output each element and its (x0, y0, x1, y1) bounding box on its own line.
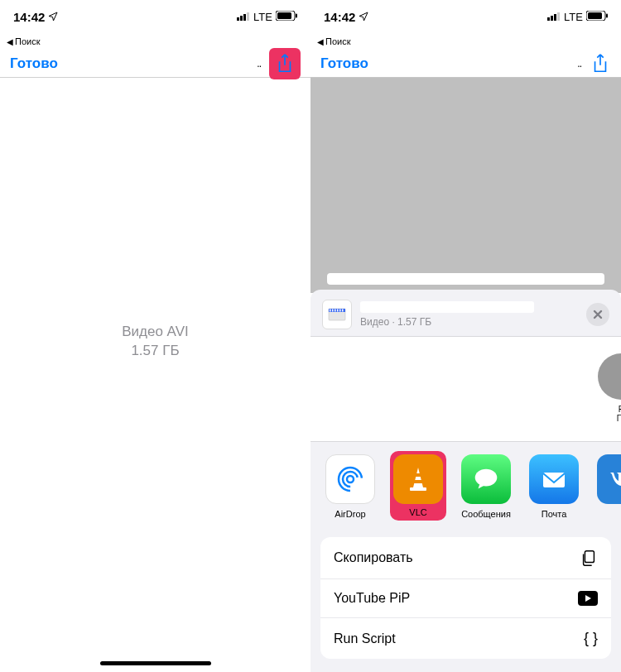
title-redacted (378, 55, 566, 72)
copy-icon (580, 549, 598, 567)
file-meta-label: Видео · 1.57 ГБ (360, 316, 578, 328)
chevron-left-icon: ◀ (317, 37, 324, 46)
svg-point-23 (343, 472, 358, 487)
done-button[interactable]: Готово (320, 55, 368, 72)
back-button[interactable]: ◀ Поиск (0, 33, 310, 50)
scrubber-bar (327, 273, 604, 285)
status-time: 14:42 (324, 10, 355, 24)
svg-rect-1 (240, 16, 243, 21)
location-icon (359, 10, 368, 24)
contact-name-line1: Р (598, 405, 621, 414)
svg-point-28 (475, 469, 498, 487)
chevron-left-icon: ◀ (7, 37, 13, 46)
messages-icon (461, 454, 511, 504)
svg-point-22 (347, 476, 354, 482)
nav-bar: Готово .. (0, 50, 310, 78)
svg-rect-9 (554, 14, 556, 21)
action-youtube-pip[interactable]: YouTube PiP (320, 579, 611, 618)
app-label: Почта (529, 509, 579, 519)
app-label: AirDrop (325, 509, 375, 519)
dimmed-content (310, 78, 621, 293)
svg-rect-7 (547, 17, 550, 21)
svg-rect-12 (588, 12, 602, 19)
nav-bar: Готово .. (310, 50, 621, 78)
action-copy[interactable]: Скопировать (320, 537, 611, 579)
status-right: LTE (547, 11, 608, 23)
battery-icon (586, 11, 608, 23)
svg-rect-3 (247, 12, 249, 21)
overflow-dots: .. (575, 58, 583, 70)
contact-item-partial[interactable]: Р Гр (598, 353, 621, 423)
status-bar: 14:42 LTE (310, 0, 621, 33)
youtube-icon (578, 591, 598, 606)
svg-rect-29 (543, 473, 565, 487)
signal-icon (547, 11, 561, 23)
svg-rect-27 (410, 487, 426, 491)
done-button[interactable]: Готово (10, 55, 58, 72)
app-label: Сообщения (461, 509, 511, 519)
home-indicator[interactable] (100, 661, 211, 665)
svg-rect-8 (551, 16, 553, 21)
network-label: LTE (253, 11, 272, 23)
svg-rect-17 (332, 310, 334, 312)
network-label: LTE (564, 11, 583, 23)
mail-icon (529, 454, 579, 504)
overflow-dots: .. (255, 58, 262, 70)
location-icon (48, 10, 58, 24)
svg-rect-13 (606, 13, 608, 17)
screen-file-preview: 14:42 LTE ◀ Поиск Готово .. (0, 0, 310, 672)
contacts-row[interactable]: Р Гр (310, 337, 621, 441)
apps-row[interactable]: AirDrop VLC Сообщения (310, 441, 621, 530)
airdrop-icon (325, 454, 375, 504)
action-run-script[interactable]: Run Script { } (320, 618, 611, 659)
svg-rect-18 (335, 310, 336, 312)
svg-rect-21 (342, 310, 344, 312)
svg-rect-2 (243, 14, 246, 21)
app-label: VLC (393, 507, 443, 517)
back-button[interactable]: ◀ Поиск (310, 33, 621, 50)
share-button[interactable] (590, 53, 611, 74)
status-bar: 14:42 LTE (0, 0, 310, 33)
close-button[interactable] (586, 303, 609, 326)
back-label: Поиск (15, 36, 40, 46)
svg-rect-25 (415, 473, 421, 477)
svg-rect-26 (414, 480, 423, 483)
share-button-highlight (269, 48, 301, 79)
avatar (598, 353, 621, 400)
share-button[interactable] (274, 53, 296, 74)
svg-rect-10 (557, 12, 560, 21)
actions-list: Скопировать YouTube PiP Run Script { } (320, 537, 611, 659)
app-highlight: VLC (393, 454, 443, 519)
signal-icon (237, 11, 250, 23)
file-info: Видео AVI 1.57 ГБ (0, 323, 310, 361)
svg-rect-16 (330, 310, 331, 312)
contact-name-line2: Гр (598, 414, 621, 423)
status-right: LTE (237, 11, 297, 23)
app-item-messages[interactable]: Сообщения (461, 454, 511, 519)
file-type-label: Видео AVI (0, 323, 310, 342)
action-label: Run Script (334, 631, 396, 646)
file-size-label: 1.57 ГБ (0, 342, 310, 361)
share-sheet-header: Видео · 1.57 ГБ (310, 290, 621, 336)
share-sheet: Видео · 1.57 ГБ Р Гр AirDrop (310, 290, 621, 672)
svg-rect-0 (237, 17, 239, 21)
status-time: 14:42 (13, 10, 45, 24)
app-item-mail[interactable]: Почта (529, 454, 579, 519)
filename-redacted (360, 301, 534, 313)
action-label: Скопировать (334, 550, 413, 565)
braces-icon: { } (584, 630, 598, 647)
svg-rect-30 (585, 551, 594, 563)
svg-rect-20 (339, 310, 341, 312)
vk-icon (597, 454, 621, 504)
action-label: YouTube PiP (334, 591, 410, 606)
app-item-vlc[interactable]: VLC (393, 454, 443, 517)
svg-rect-5 (277, 12, 291, 19)
share-file-info: Видео · 1.57 ГБ (360, 301, 578, 328)
app-item-airdrop[interactable]: AirDrop (325, 454, 375, 519)
battery-icon (276, 11, 297, 23)
app-item-partial[interactable] (597, 454, 621, 519)
screen-share-sheet: 14:42 LTE ◀ Поиск Готово .. (310, 0, 621, 672)
vlc-icon (393, 454, 443, 504)
file-thumbnail-icon (322, 300, 352, 329)
back-label: Поиск (325, 36, 350, 46)
